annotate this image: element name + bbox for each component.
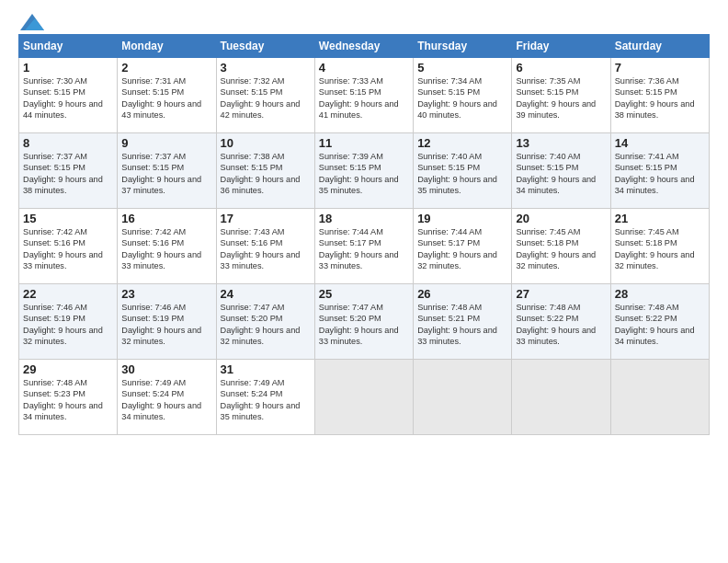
- calendar-cell: 8Sunrise: 7:37 AMSunset: 5:15 PMDaylight…: [19, 133, 118, 209]
- cell-info: Sunrise: 7:40 AMSunset: 5:15 PMDaylight:…: [516, 152, 596, 195]
- calendar-cell: 11Sunrise: 7:39 AMSunset: 5:15 PMDayligh…: [314, 133, 413, 209]
- calendar-cell: 6Sunrise: 7:35 AMSunset: 5:15 PMDaylight…: [512, 58, 610, 133]
- calendar-cell: 4Sunrise: 7:33 AMSunset: 5:15 PMDaylight…: [314, 58, 413, 133]
- calendar-cell: [414, 360, 512, 435]
- calendar-cell: 5Sunrise: 7:34 AMSunset: 5:15 PMDaylight…: [414, 58, 512, 133]
- weekday-monday: Monday: [118, 35, 216, 58]
- day-number: 20: [516, 212, 606, 225]
- weekday-header-row: SundayMondayTuesdayWednesdayThursdayFrid…: [19, 35, 710, 58]
- calendar-cell: 17Sunrise: 7:43 AMSunset: 5:16 PMDayligh…: [216, 209, 314, 284]
- logo: [18, 14, 44, 27]
- day-number: 27: [516, 287, 606, 301]
- calendar-cell: 9Sunrise: 7:37 AMSunset: 5:15 PMDaylight…: [118, 133, 216, 209]
- header: [18, 14, 710, 27]
- cell-info: Sunrise: 7:35 AMSunset: 5:15 PMDaylight:…: [516, 76, 596, 120]
- day-number: 3: [221, 61, 311, 75]
- cell-info: Sunrise: 7:42 AMSunset: 5:16 PMDaylight:…: [23, 227, 103, 270]
- cell-info: Sunrise: 7:49 AMSunset: 5:24 PMDaylight:…: [221, 378, 301, 421]
- calendar-cell: [314, 360, 413, 435]
- day-number: 24: [221, 287, 311, 301]
- calendar-cell: 28Sunrise: 7:48 AMSunset: 5:22 PMDayligh…: [610, 284, 709, 360]
- cell-info: Sunrise: 7:46 AMSunset: 5:19 PMDaylight:…: [23, 303, 103, 346]
- day-number: 8: [23, 136, 113, 150]
- cell-info: Sunrise: 7:45 AMSunset: 5:18 PMDaylight:…: [516, 227, 596, 270]
- cell-info: Sunrise: 7:48 AMSunset: 5:23 PMDaylight:…: [23, 378, 103, 421]
- day-number: 29: [23, 362, 113, 376]
- cell-info: Sunrise: 7:44 AMSunset: 5:17 PMDaylight:…: [319, 227, 399, 270]
- calendar-cell: 1Sunrise: 7:30 AMSunset: 5:15 PMDaylight…: [19, 58, 118, 133]
- cell-info: Sunrise: 7:48 AMSunset: 5:21 PMDaylight:…: [417, 303, 497, 346]
- calendar-cell: 2Sunrise: 7:31 AMSunset: 5:15 PMDaylight…: [118, 58, 216, 133]
- main-container: SundayMondayTuesdayWednesdayThursdayFrid…: [0, 0, 728, 563]
- day-number: 13: [516, 136, 606, 150]
- calendar-cell: 18Sunrise: 7:44 AMSunset: 5:17 PMDayligh…: [314, 209, 413, 284]
- cell-info: Sunrise: 7:36 AMSunset: 5:15 PMDaylight:…: [615, 76, 695, 120]
- cell-info: Sunrise: 7:46 AMSunset: 5:19 PMDaylight:…: [121, 303, 201, 346]
- cell-info: Sunrise: 7:37 AMSunset: 5:15 PMDaylight:…: [23, 152, 103, 195]
- day-number: 17: [221, 212, 311, 225]
- cell-info: Sunrise: 7:41 AMSunset: 5:15 PMDaylight:…: [615, 152, 695, 195]
- week-row-2: 8Sunrise: 7:37 AMSunset: 5:15 PMDaylight…: [19, 133, 710, 209]
- weekday-wednesday: Wednesday: [314, 35, 413, 58]
- calendar-cell: 23Sunrise: 7:46 AMSunset: 5:19 PMDayligh…: [118, 284, 216, 360]
- day-number: 23: [121, 287, 211, 301]
- day-number: 28: [615, 287, 705, 301]
- cell-info: Sunrise: 7:30 AMSunset: 5:15 PMDaylight:…: [23, 76, 103, 120]
- calendar-cell: 10Sunrise: 7:38 AMSunset: 5:15 PMDayligh…: [216, 133, 314, 209]
- week-row-3: 15Sunrise: 7:42 AMSunset: 5:16 PMDayligh…: [19, 209, 710, 284]
- day-number: 6: [516, 61, 606, 75]
- cell-info: Sunrise: 7:33 AMSunset: 5:15 PMDaylight:…: [319, 76, 399, 120]
- day-number: 2: [121, 61, 211, 75]
- day-number: 9: [121, 136, 211, 150]
- calendar-cell: 27Sunrise: 7:48 AMSunset: 5:22 PMDayligh…: [512, 284, 610, 360]
- calendar-cell: 29Sunrise: 7:48 AMSunset: 5:23 PMDayligh…: [19, 360, 118, 435]
- day-number: 25: [319, 287, 409, 301]
- day-number: 22: [23, 287, 113, 301]
- calendar-cell: [512, 360, 610, 435]
- calendar-cell: 21Sunrise: 7:45 AMSunset: 5:18 PMDayligh…: [610, 209, 709, 284]
- cell-info: Sunrise: 7:49 AMSunset: 5:24 PMDaylight:…: [121, 378, 201, 421]
- calendar-cell: 14Sunrise: 7:41 AMSunset: 5:15 PMDayligh…: [610, 133, 709, 209]
- calendar-cell: 25Sunrise: 7:47 AMSunset: 5:20 PMDayligh…: [314, 284, 413, 360]
- cell-info: Sunrise: 7:44 AMSunset: 5:17 PMDaylight:…: [417, 227, 497, 270]
- calendar-cell: 20Sunrise: 7:45 AMSunset: 5:18 PMDayligh…: [512, 209, 610, 284]
- cell-info: Sunrise: 7:47 AMSunset: 5:20 PMDaylight:…: [319, 303, 399, 346]
- calendar-table: SundayMondayTuesdayWednesdayThursdayFrid…: [18, 34, 710, 435]
- day-number: 11: [319, 136, 409, 150]
- week-row-1: 1Sunrise: 7:30 AMSunset: 5:15 PMDaylight…: [19, 58, 710, 133]
- day-number: 21: [615, 212, 705, 225]
- cell-info: Sunrise: 7:47 AMSunset: 5:20 PMDaylight:…: [221, 303, 301, 346]
- calendar-cell: 19Sunrise: 7:44 AMSunset: 5:17 PMDayligh…: [414, 209, 512, 284]
- cell-info: Sunrise: 7:42 AMSunset: 5:16 PMDaylight:…: [121, 227, 201, 270]
- weekday-saturday: Saturday: [610, 35, 709, 58]
- day-number: 4: [319, 61, 409, 75]
- cell-info: Sunrise: 7:38 AMSunset: 5:15 PMDaylight:…: [221, 152, 301, 195]
- week-row-4: 22Sunrise: 7:46 AMSunset: 5:19 PMDayligh…: [19, 284, 710, 360]
- weekday-thursday: Thursday: [414, 35, 512, 58]
- cell-info: Sunrise: 7:40 AMSunset: 5:15 PMDaylight:…: [417, 152, 497, 195]
- cell-info: Sunrise: 7:39 AMSunset: 5:15 PMDaylight:…: [319, 152, 399, 195]
- calendar-cell: 13Sunrise: 7:40 AMSunset: 5:15 PMDayligh…: [512, 133, 610, 209]
- day-number: 1: [23, 61, 113, 75]
- weekday-tuesday: Tuesday: [216, 35, 314, 58]
- day-number: 15: [23, 212, 113, 225]
- week-row-5: 29Sunrise: 7:48 AMSunset: 5:23 PMDayligh…: [19, 360, 710, 435]
- day-number: 18: [319, 212, 409, 225]
- cell-info: Sunrise: 7:34 AMSunset: 5:15 PMDaylight:…: [417, 76, 497, 120]
- day-number: 26: [417, 287, 507, 301]
- calendar-cell: 30Sunrise: 7:49 AMSunset: 5:24 PMDayligh…: [118, 360, 216, 435]
- calendar-cell: 26Sunrise: 7:48 AMSunset: 5:21 PMDayligh…: [414, 284, 512, 360]
- logo-icon: [20, 14, 44, 30]
- day-number: 31: [221, 362, 311, 376]
- day-number: 14: [615, 136, 705, 150]
- cell-info: Sunrise: 7:37 AMSunset: 5:15 PMDaylight:…: [121, 152, 201, 195]
- calendar-cell: 7Sunrise: 7:36 AMSunset: 5:15 PMDaylight…: [610, 58, 709, 133]
- calendar-cell: 15Sunrise: 7:42 AMSunset: 5:16 PMDayligh…: [19, 209, 118, 284]
- day-number: 7: [615, 61, 705, 75]
- cell-info: Sunrise: 7:45 AMSunset: 5:18 PMDaylight:…: [615, 227, 695, 270]
- cell-info: Sunrise: 7:31 AMSunset: 5:15 PMDaylight:…: [121, 76, 201, 120]
- calendar-cell: 16Sunrise: 7:42 AMSunset: 5:16 PMDayligh…: [118, 209, 216, 284]
- cell-info: Sunrise: 7:32 AMSunset: 5:15 PMDaylight:…: [221, 76, 301, 120]
- weekday-friday: Friday: [512, 35, 610, 58]
- day-number: 16: [121, 212, 211, 225]
